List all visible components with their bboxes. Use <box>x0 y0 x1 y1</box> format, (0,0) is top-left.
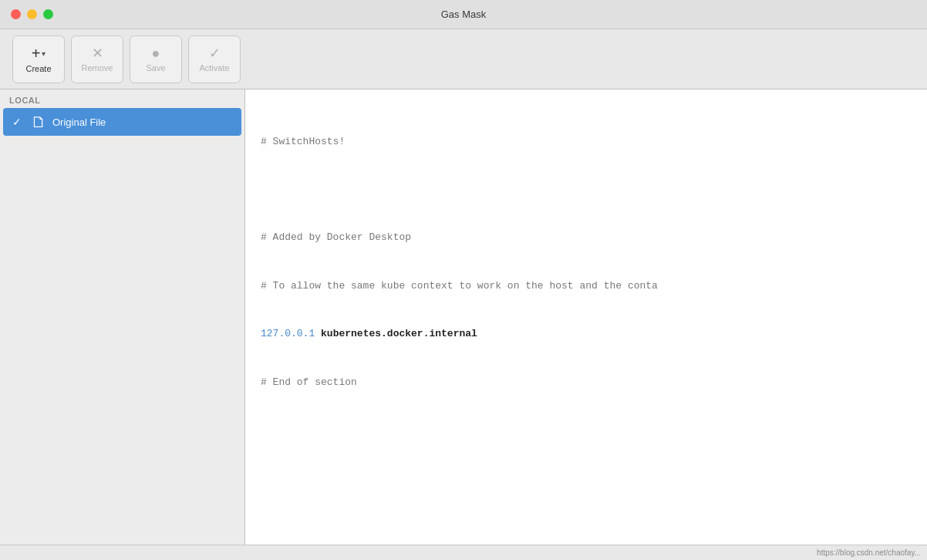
save-icon: ● <box>152 46 160 60</box>
toolbar: + ▾ Create ✕ Remove ● Save ✓ Activate <box>0 29 927 89</box>
close-button[interactable] <box>11 9 21 19</box>
sidebar-item-original-file[interactable]: ✓ 🗋 Original File <box>3 108 241 136</box>
window-controls <box>11 9 53 19</box>
activate-button[interactable]: ✓ Activate <box>188 35 241 83</box>
activate-label: Activate <box>199 63 229 73</box>
activate-icon: ✓ <box>209 46 221 60</box>
remove-button[interactable]: ✕ Remove <box>71 35 123 83</box>
file-icon: 🗋 <box>31 113 46 131</box>
sidebar: LOCAL ✓ 🗋 Original File <box>0 89 245 545</box>
code-line-5: # End of section <box>261 375 912 391</box>
create-button[interactable]: + ▾ Create <box>12 35 65 83</box>
code-line-4: 127.0.0.1 kubernetes.docker.internal <box>261 326 912 342</box>
code-line-2: # Added by Docker Desktop <box>261 230 912 246</box>
title-bar: Gas Mask <box>0 0 927 29</box>
checkmark-icon: ✓ <box>12 116 25 128</box>
code-editor: # SwitchHosts! # Added by Docker Desktop… <box>261 102 912 423</box>
hostname: kubernetes.docker.internal <box>321 328 477 339</box>
sidebar-section-local: LOCAL <box>0 89 244 108</box>
status-url: https://blog.csdn.net/chaofay... <box>817 548 921 557</box>
remove-icon: ✕ <box>92 46 103 60</box>
plus-icon: + <box>32 46 41 61</box>
save-label: Save <box>146 63 165 73</box>
maximize-button[interactable] <box>43 9 53 19</box>
remove-label: Remove <box>82 63 113 73</box>
code-line-3: # To allow the same kube context to work… <box>261 278 912 295</box>
comment-1: # SwitchHosts! <box>261 136 345 147</box>
status-bar: https://blog.csdn.net/chaofay... <box>0 545 927 560</box>
code-line-empty <box>261 182 912 198</box>
sidebar-item-label: Original File <box>52 116 106 128</box>
dropdown-arrow-icon: ▾ <box>42 49 46 58</box>
code-line-1: # SwitchHosts! <box>261 134 912 150</box>
minimize-button[interactable] <box>27 9 37 19</box>
comment-3: # To allow the same kube context to work… <box>261 280 658 292</box>
editor-area[interactable]: # SwitchHosts! # Added by Docker Desktop… <box>245 89 927 545</box>
create-label: Create <box>25 64 51 73</box>
ip-address: 127.0.0.1 <box>261 328 315 339</box>
save-button[interactable]: ● Save <box>130 35 182 83</box>
comment-4: # End of section <box>261 376 357 388</box>
comment-2: # Added by Docker Desktop <box>261 231 411 243</box>
window-title: Gas Mask <box>441 8 487 20</box>
main-content: LOCAL ✓ 🗋 Original File # SwitchHosts! #… <box>0 89 927 545</box>
